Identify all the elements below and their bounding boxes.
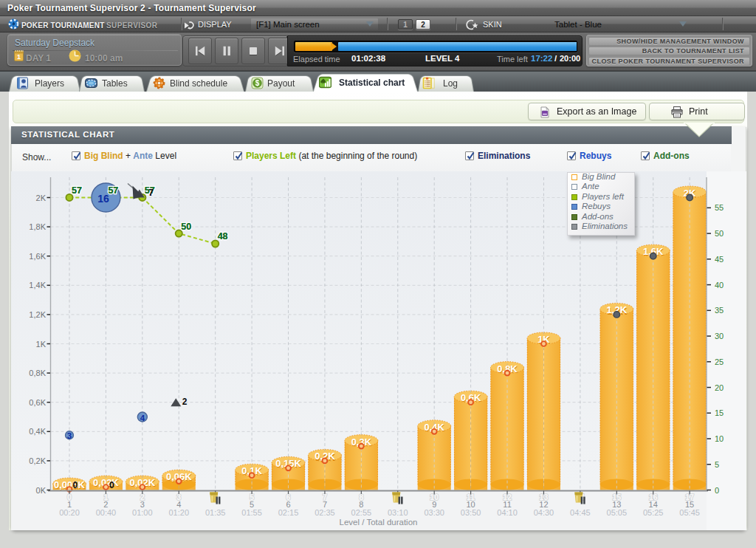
- level-progress-panel: Elapsed time01:02:38LEVEL 4Time left17:2…: [287, 35, 583, 66]
- legend-swatch: [571, 204, 577, 210]
- x-time-label: 01:35: [205, 508, 226, 517]
- tab-label: Blind schedule: [170, 78, 227, 89]
- display-dropdown-arrow-icon[interactable]: [366, 21, 374, 27]
- menubar-separator: [387, 18, 388, 30]
- big-blind-marker-level-11: [505, 371, 510, 376]
- tab-players[interactable]: Players: [9, 74, 80, 92]
- right-axis-tick-label: 45: [715, 255, 724, 264]
- export-image-button[interactable]: Export as an Image: [528, 103, 646, 120]
- right-axis-strip: [707, 171, 746, 530]
- big-blind-marker-level-9: [432, 429, 437, 434]
- left-axis-tick-label: 0,8K: [29, 369, 46, 377]
- statistical-chart: 0,005K0,005K0,02K0,02K0,02K0,02K0,06K0,0…: [11, 144, 746, 530]
- left-axis-tick-label: 0,2K: [29, 456, 46, 465]
- pause-button[interactable]: [215, 38, 238, 64]
- left-axis-tick-label: 1,2K: [29, 310, 46, 319]
- legend-label: Rebuys: [582, 202, 611, 210]
- app-brand-primary: POKER TOURNAMENT: [21, 21, 104, 30]
- svg-text:50: 50: [181, 222, 191, 232]
- print-button[interactable]: Print: [649, 103, 745, 120]
- legend-label: Players left: [582, 192, 624, 201]
- app-logo-poker-chip-icon: [8, 18, 19, 30]
- screen-1-button[interactable]: 1: [398, 19, 413, 30]
- left-axis-tick-label: 0K: [36, 486, 47, 495]
- chart-actions-bar: Export as an Image Print: [13, 100, 744, 123]
- tournament-start-time: 10:00 am: [85, 53, 123, 64]
- previous-level-icon: [196, 47, 205, 56]
- players-icon: [16, 77, 29, 89]
- eliminations-value-level-4: 2: [182, 397, 188, 407]
- skin-combobox-value: Tablet - Blue: [554, 20, 602, 29]
- skin-dropdown-arrow-icon[interactable]: [679, 21, 687, 27]
- big-blind-marker-level-12: [541, 341, 546, 346]
- previous-level-button[interactable]: [188, 38, 212, 64]
- panel-title: STATISTICAL CHART: [21, 130, 114, 139]
- ante-marker-level-15: [687, 194, 693, 200]
- tab-label: Log: [443, 78, 458, 89]
- x-time-label: 00:20: [59, 508, 80, 517]
- display-combobox-value: [F1] Main screen: [256, 20, 320, 29]
- statistical-chart-panel: STATISTICAL CHART Show... Big Blind + An…: [11, 127, 746, 530]
- menubar-separator: [181, 18, 182, 30]
- blind-schedule-icon: [153, 77, 165, 89]
- right-axis-tick-label: 30: [715, 332, 724, 340]
- x-time-label: 05:45: [679, 508, 700, 517]
- big-blind-marker-level-4: [176, 479, 182, 484]
- export-image-icon: [539, 106, 551, 118]
- legend-label: Add-ons: [582, 212, 614, 221]
- panel-header: STATISTICAL CHART: [11, 126, 732, 144]
- tables-icon: [85, 77, 97, 89]
- legend-swatch: [571, 184, 577, 190]
- clock-icon: [69, 49, 81, 62]
- tab-statistical-chart[interactable]: Statistical chart: [313, 72, 418, 92]
- tab-label: Payout: [267, 78, 295, 89]
- x-time-label: 01:00: [132, 508, 153, 517]
- calendar-day-icon: 1: [14, 49, 24, 61]
- legend-item-eliminations: Eliminations: [568, 222, 634, 232]
- time-separator: /: [554, 54, 557, 63]
- tournament-day: DAY 1: [26, 53, 51, 64]
- tournament-toolbar: Saturday Deepstack1DAY 110:00 amElapsed …: [0, 32, 756, 71]
- skin-label: SKIN: [483, 20, 502, 29]
- tab-log[interactable]: Log: [418, 74, 474, 92]
- right-axis-tick-label: 0: [715, 486, 719, 495]
- next-level-icon: [275, 47, 285, 56]
- legend-item-players-left: Players left: [568, 193, 634, 202]
- rebuys-value: 4: [140, 414, 145, 422]
- tab-blind-schedule[interactable]: Blind schedule: [146, 74, 244, 92]
- statistical-chart-icon: [319, 76, 331, 89]
- tab-tables[interactable]: Tables: [79, 74, 145, 92]
- legend-swatch: [571, 174, 577, 180]
- print-label: Print: [689, 106, 708, 117]
- log-icon: [422, 77, 435, 89]
- x-time-label: 02:55: [351, 508, 372, 517]
- menubar-separator: [456, 18, 457, 30]
- tournament-info-panel: Saturday Deepstack1DAY 110:00 am: [7, 34, 182, 66]
- right-axis-tick-label: 35: [715, 306, 724, 315]
- big-blind-marker-level-10: [468, 400, 473, 405]
- big-blind-marker-level-7: [323, 459, 328, 464]
- big-blind-marker-level-3: [140, 484, 145, 490]
- show-hide-management-window-button[interactable]: SHOW/HIDE MANAGEMENT WINDOW: [588, 37, 750, 46]
- x-time-label: 03:50: [461, 508, 481, 517]
- big-blind-marker-level-5: [250, 473, 255, 478]
- time-left-label: Time left: [497, 55, 528, 64]
- legend-item-big-blind: Big Blind: [568, 173, 634, 182]
- x-time-label: 01:20: [168, 508, 189, 517]
- close-poker-tournament-supervisor-button[interactable]: CLOSE POKER TOURNAMENT SUPERVISOR: [588, 57, 750, 66]
- level-progress-bar: [294, 41, 577, 52]
- x-time-label: 03:10: [388, 508, 408, 517]
- window-titlebar[interactable]: Poker Tournament Supervisor 2 - Tourname…: [0, 0, 756, 16]
- bar-level-14: [636, 244, 670, 490]
- x-time-label: 03:30: [424, 508, 444, 517]
- x-time-label: 02:15: [278, 508, 299, 517]
- legend-swatch: [571, 224, 577, 230]
- svg-text:57: 57: [108, 185, 118, 196]
- payout-icon: $: [251, 77, 264, 89]
- back-to-tournament-list-button[interactable]: BACK TO TOURNAMENT LIST: [588, 47, 750, 55]
- stop-button[interactable]: [241, 38, 265, 64]
- left-axis-tick-label: 0,6K: [29, 398, 46, 407]
- screen-2-button[interactable]: 2: [416, 19, 430, 30]
- app-brand-secondary: SUPERVISOR: [106, 21, 157, 30]
- tab-payout[interactable]: $Payout: [245, 74, 314, 92]
